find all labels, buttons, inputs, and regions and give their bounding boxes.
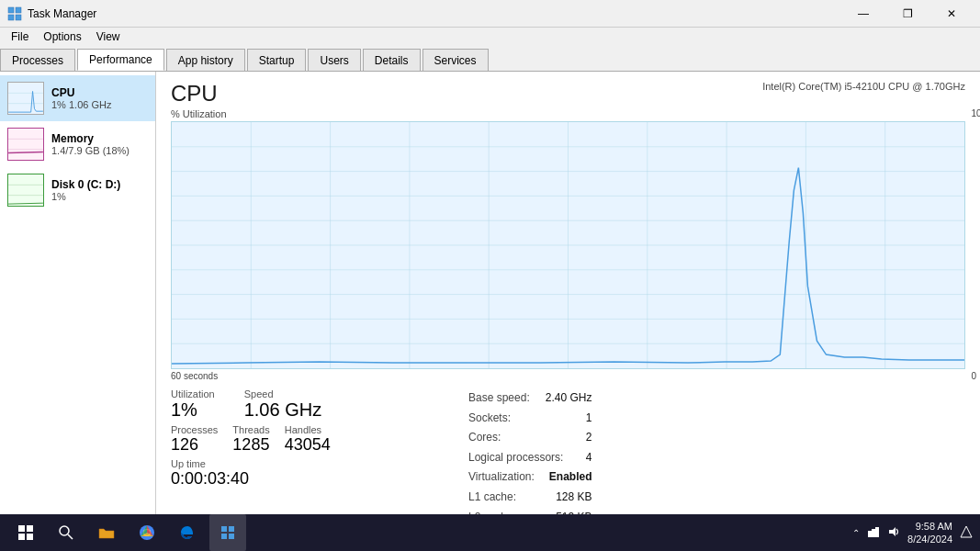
chrome-button[interactable] <box>129 514 165 551</box>
cpu-title: CPU <box>171 81 218 107</box>
tray-chevron[interactable]: ⌃ <box>852 528 860 538</box>
volume-icon <box>887 525 900 538</box>
speed-stat: Speed 1.06 GHz <box>244 388 321 421</box>
taskbar-time[interactable]: 9:58 AM 8/24/2024 <box>907 520 952 546</box>
start-button[interactable] <box>7 514 44 551</box>
svg-rect-46 <box>221 526 227 532</box>
graph-labels-right: 100% 0 <box>971 108 980 381</box>
tab-bar: Processes Performance App history Startu… <box>0 46 980 72</box>
cpu-thumbnail <box>7 82 44 115</box>
maximize-button[interactable]: ❐ <box>886 0 929 28</box>
taskmanager-taskbar-icon <box>220 525 235 540</box>
main-content: CPU 1% 1.06 GHz Memory 1.4/7.9 GB (18%) <box>0 72 980 514</box>
specs-column: Base speed: 2.40 GHz Sockets: 1 Cores: 2… <box>450 388 592 514</box>
menu-view[interactable]: View <box>89 28 128 45</box>
svg-rect-37 <box>18 525 25 532</box>
spec-row-cores: Cores: 2 <box>468 428 592 448</box>
sidebar-disk-text: Disk 0 (C: D:) 1% <box>51 178 148 202</box>
tab-processes[interactable]: Processes <box>0 49 75 71</box>
file-explorer-button[interactable] <box>88 514 125 551</box>
graph-label-100: 100% <box>971 108 980 118</box>
svg-rect-48 <box>221 534 227 539</box>
svg-line-42 <box>68 534 73 539</box>
taskbar-left <box>7 514 246 551</box>
svg-rect-3 <box>16 15 21 20</box>
svg-marker-53 <box>889 527 896 536</box>
notification-button[interactable] <box>960 525 973 540</box>
sidebar-disk-detail: 1% <box>51 191 148 202</box>
windows-icon <box>18 525 33 540</box>
network-icon <box>867 525 880 538</box>
taskmanager-taskbar-button[interactable] <box>209 514 246 551</box>
sidebar-item-memory[interactable]: Memory 1.4/7.9 GB (18%) <box>0 121 155 167</box>
processes-stat: Processes 126 <box>171 424 218 455</box>
l2-key: L2 cache: <box>468 508 516 514</box>
tab-users[interactable]: Users <box>308 49 360 71</box>
speed-stat-value: 1.06 GHz <box>244 399 321 421</box>
search-button[interactable] <box>48 514 84 551</box>
tab-startup[interactable]: Startup <box>247 49 307 71</box>
svg-rect-1 <box>16 7 21 13</box>
minimize-button[interactable]: — <box>842 0 884 28</box>
taskbar-date-display: 8/24/2024 <box>907 533 952 545</box>
handles-stat: Handles 43054 <box>285 424 331 455</box>
taskbar: ⌃ 9:58 AM 8/24/2024 <box>0 514 980 551</box>
utilization-stat-value: 1% <box>171 399 215 421</box>
menu-options[interactable]: Options <box>36 28 88 45</box>
edge-button[interactable] <box>169 514 206 551</box>
spec-row-base-speed: Base speed: 2.40 GHz <box>468 388 592 409</box>
sidebar-item-cpu[interactable]: CPU 1% 1.06 GHz <box>0 75 155 121</box>
tab-services[interactable]: Services <box>422 49 489 71</box>
notification-icon <box>960 525 973 538</box>
svg-rect-39 <box>18 534 25 540</box>
close-button[interactable]: ✕ <box>930 0 973 28</box>
sidebar-cpu-text: CPU 1% 1.06 GHz <box>51 86 148 110</box>
sidebar-disk-name: Disk 0 (C: D:) <box>51 178 148 191</box>
logical-processors-val: 4 <box>586 448 592 468</box>
graph-time-label: 60 seconds <box>171 371 965 381</box>
sockets-val: 1 <box>586 409 592 429</box>
tray-network[interactable] <box>867 525 880 540</box>
tab-performance[interactable]: Performance <box>77 49 164 71</box>
handles-value: 43054 <box>285 435 331 455</box>
virtualization-val: Enabled <box>549 467 592 488</box>
utilization-label: % Utilization <box>171 108 965 119</box>
svg-rect-50 <box>868 531 872 537</box>
graph-label-0: 0 <box>971 371 980 381</box>
title-bar-left: Task Manager <box>7 6 96 21</box>
utilization-stat-label: Utilization <box>171 388 215 399</box>
spec-row-l2: L2 cache: 512 KB <box>468 508 592 514</box>
sockets-key: Sockets: <box>468 409 511 429</box>
spec-row-logical-processors: Logical processors: 4 <box>468 448 592 468</box>
tab-details[interactable]: Details <box>363 49 421 71</box>
svg-rect-52 <box>875 527 879 537</box>
l2-val: 512 KB <box>556 508 591 514</box>
tray-volume[interactable] <box>887 525 900 540</box>
l1-key: L1 cache: <box>468 488 516 508</box>
base-speed-key: Base speed: <box>468 388 530 409</box>
svg-rect-7 <box>8 129 43 160</box>
svg-rect-10 <box>8 174 43 206</box>
processes-value: 126 <box>171 435 218 455</box>
logical-processors-key: Logical processors: <box>468 448 563 468</box>
chrome-icon <box>139 524 155 541</box>
spec-row-virtualization: Virtualization: Enabled <box>468 467 592 488</box>
cpu-header: CPU Intel(R) Core(TM) i5-4210U CPU @ 1.7… <box>171 81 965 107</box>
taskbar-right: ⌃ 9:58 AM 8/24/2024 <box>852 520 973 546</box>
l1-val: 128 KB <box>556 488 591 508</box>
window-title: Task Manager <box>28 7 96 20</box>
folder-icon <box>98 525 115 540</box>
sidebar-item-disk[interactable]: Disk 0 (C: D:) 1% <box>0 167 155 213</box>
svg-rect-38 <box>27 525 33 532</box>
handles-label: Handles <box>285 424 331 435</box>
title-bar: Task Manager — ❐ ✕ <box>0 0 980 28</box>
tab-app-history[interactable]: App history <box>166 49 245 71</box>
svg-rect-4 <box>8 83 43 114</box>
sidebar-memory-detail: 1.4/7.9 GB (18%) <box>51 145 148 156</box>
svg-rect-0 <box>8 7 14 13</box>
disk-thumbnail <box>7 174 44 207</box>
menu-file[interactable]: File <box>4 28 36 45</box>
sidebar-memory-text: Memory 1.4/7.9 GB (18%) <box>51 132 148 156</box>
svg-rect-2 <box>8 15 14 20</box>
edge-icon <box>179 524 196 541</box>
